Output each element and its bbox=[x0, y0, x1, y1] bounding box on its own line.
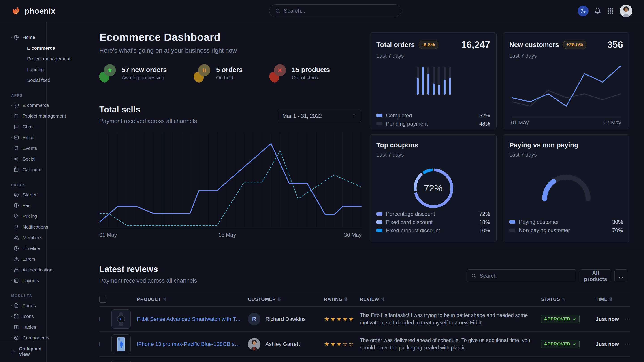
navbar-search-input[interactable] bbox=[283, 7, 395, 14]
sidebar-item-social[interactable]: Social bbox=[0, 154, 46, 164]
review-text: This Fitbit is fantastic! I was trying t… bbox=[360, 312, 541, 327]
column-header-time[interactable]: TIME⇅ bbox=[596, 297, 625, 302]
sort-icon: ⇅ bbox=[609, 297, 613, 302]
new-customers-card: New customers +26.5% 356 Last 7 days 01 … bbox=[503, 32, 630, 129]
section-divider bbox=[47, 249, 644, 249]
sidebar-subitem-e-commerce[interactable]: E commerce bbox=[0, 43, 46, 53]
select-all-checkbox[interactable] bbox=[99, 296, 106, 303]
row-actions-button[interactable]: ⋯ bbox=[625, 341, 631, 347]
column-header-review[interactable]: REVIEW⇅ bbox=[360, 297, 541, 302]
reviews-header: Latest reviews Payment received across a… bbox=[99, 265, 197, 284]
check-icon: ✓ bbox=[573, 342, 577, 347]
sidebar-item-chat[interactable]: Chat bbox=[0, 121, 46, 132]
sidebar-item-authentication[interactable]: Authentication bbox=[0, 265, 46, 275]
column-header-status[interactable]: STATUS⇅ bbox=[541, 297, 596, 302]
clipboard-icon bbox=[14, 114, 19, 118]
status-badge: APPROVED ✓ bbox=[541, 340, 580, 348]
help-circle-icon bbox=[14, 203, 19, 208]
date-range-value: Mar 1 - 31, 2022 bbox=[282, 113, 322, 119]
product-thumbnail[interactable] bbox=[112, 360, 131, 362]
sidebar-item-tables[interactable]: Tables bbox=[0, 322, 46, 333]
caret-right bbox=[10, 326, 13, 329]
sidebar-subitem-social-feed[interactable]: Social feed bbox=[0, 75, 46, 86]
sidebar-item-pricing[interactable]: Pricing bbox=[0, 211, 46, 222]
dark-mode-toggle[interactable] bbox=[578, 5, 588, 16]
legend-label: Fixed card discount bbox=[386, 219, 432, 225]
review-table-row: Fitbit Sense Advanced Smartwatch with To… bbox=[99, 307, 630, 332]
user-avatar[interactable] bbox=[620, 5, 632, 17]
card-title: Paying vs non paying bbox=[509, 141, 623, 149]
sidebar-item-timeline[interactable]: Timeline bbox=[0, 243, 46, 254]
navbar-actions bbox=[578, 0, 632, 22]
column-header-product[interactable]: PRODUCT⇅ bbox=[137, 297, 248, 302]
product-link[interactable]: Fitbit Sense Advanced Smartwatch with To… bbox=[137, 316, 248, 322]
sidebar-item-icons[interactable]: Icons bbox=[0, 311, 46, 322]
paying-gauge-chart bbox=[539, 171, 594, 202]
stat-x-icon bbox=[270, 64, 286, 82]
legend-item: Percentage discount72% bbox=[376, 210, 490, 218]
sidebar-item-faq[interactable]: Faq bbox=[0, 200, 46, 211]
column-header-rating[interactable]: RATING⇅ bbox=[324, 297, 360, 302]
sidebar-item-errors[interactable]: Errors bbox=[0, 254, 46, 265]
sidebar-subitem-landing[interactable]: Landing bbox=[0, 64, 46, 75]
sidebar-item-members[interactable]: Members bbox=[0, 232, 46, 243]
sidebar-item-events[interactable]: Events bbox=[0, 143, 46, 154]
tag-icon bbox=[14, 214, 19, 219]
column-header-customer[interactable]: CUSTOMER⇅ bbox=[248, 297, 324, 302]
sidebar-item-notifications[interactable]: Notifications bbox=[0, 222, 46, 232]
paying-card: Paying vs non paying Last 7 days Paying … bbox=[503, 134, 630, 242]
alert-triangle-icon bbox=[14, 257, 19, 262]
brand-name: phoenix bbox=[24, 6, 56, 15]
total-sells-subtitle: Payment received across all channels bbox=[99, 118, 197, 125]
collapse-sidebar-button[interactable]: Collapsed View bbox=[0, 341, 46, 362]
date-range-select[interactable]: Mar 1 - 31, 2022 bbox=[278, 110, 361, 122]
rating-stars: ★★★☆☆ bbox=[324, 341, 360, 348]
row-checkbox[interactable] bbox=[99, 342, 100, 346]
legend-label: Paying customer bbox=[519, 219, 559, 225]
sidebar-item-starter[interactable]: Starter bbox=[0, 189, 46, 200]
caret-right bbox=[10, 215, 13, 218]
axis-tick-left: 01 May bbox=[511, 119, 529, 126]
sidebar-item-layouts[interactable]: Layouts bbox=[0, 275, 46, 286]
users-icon bbox=[14, 235, 19, 240]
apps-grid-button[interactable] bbox=[607, 7, 614, 14]
sidebar-subitem-project-management[interactable]: Project management bbox=[0, 53, 46, 64]
notifications-button[interactable] bbox=[594, 7, 601, 14]
axis-tick-right: 07 May bbox=[604, 119, 621, 126]
search-icon bbox=[472, 274, 476, 278]
reviews-search[interactable] bbox=[467, 269, 576, 282]
row-actions-button[interactable]: ⋯ bbox=[625, 316, 631, 322]
phoenix-logo-icon bbox=[12, 6, 22, 16]
legend-value: 10% bbox=[479, 227, 490, 234]
stat-pause: 5 ordersOn hold bbox=[194, 64, 242, 82]
product-thumbnail[interactable] bbox=[112, 310, 131, 329]
product-link[interactable]: iPhone 13 pro max-Pacific Blue-128GB sto… bbox=[137, 341, 248, 347]
sidebar-item-forms[interactable]: Forms bbox=[0, 300, 46, 311]
review-text: The order was delivered ahead of schedul… bbox=[360, 337, 541, 352]
caret-right bbox=[10, 147, 13, 150]
legend-item: Paying customer30% bbox=[509, 218, 623, 226]
row-checkbox[interactable] bbox=[99, 317, 100, 321]
legend-value: 18% bbox=[479, 219, 490, 225]
sort-icon: ⇅ bbox=[562, 297, 565, 302]
customer-name: Richard Dawkins bbox=[266, 316, 306, 322]
sidebar-item-project-management[interactable]: Project management bbox=[0, 111, 46, 121]
chat-icon bbox=[14, 124, 19, 129]
product-thumbnail[interactable] bbox=[112, 335, 131, 354]
stat-value: 57 new orders bbox=[122, 66, 167, 73]
all-products-button[interactable]: All products bbox=[580, 269, 611, 282]
reviews-search-input[interactable] bbox=[479, 273, 572, 279]
brand[interactable]: phoenix bbox=[12, 6, 56, 16]
main-content: Ecommerce Dashboard Here's what's going … bbox=[47, 22, 644, 362]
sidebar-item-calendar[interactable]: Calendar bbox=[0, 164, 46, 175]
legend-swatch bbox=[509, 229, 515, 232]
navbar-search[interactable] bbox=[269, 4, 401, 17]
caret-right bbox=[10, 136, 13, 139]
bookmark-icon bbox=[14, 146, 19, 151]
reviews-more-button[interactable]: ... bbox=[614, 269, 628, 282]
card-value: 356 bbox=[607, 39, 623, 50]
sidebar-item-e-commerce[interactable]: E commerce bbox=[0, 100, 46, 111]
sidebar-item-home[interactable]: Home bbox=[0, 32, 46, 43]
card-title: New customers bbox=[509, 41, 559, 48]
sidebar-item-email[interactable]: Email bbox=[0, 132, 46, 143]
